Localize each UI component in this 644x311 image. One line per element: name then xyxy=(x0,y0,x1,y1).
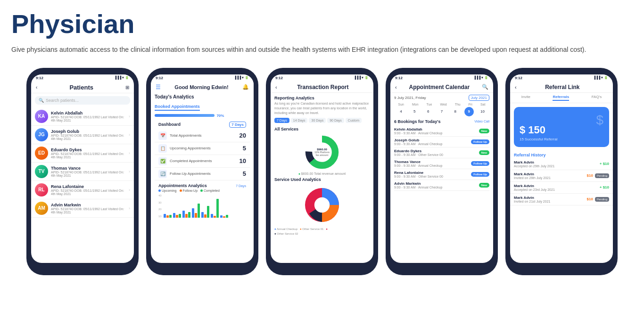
patient-chevron-icon: › xyxy=(129,188,130,192)
phone-4-frame: 9:12 ▐▐▐ ▾ 🔋 ‹ Appointment Calendar 🔍 9 … xyxy=(386,68,498,275)
cal-day[interactable]: 9 xyxy=(464,107,474,116)
search-bar[interactable]: 🔍 Search patients... xyxy=(35,96,130,105)
patient-chevron-icon: › xyxy=(129,206,130,211)
booking-item[interactable]: Advin Markwin 9:00 - 9:30 AM · Annual Ch… xyxy=(394,180,489,191)
list-item[interactable]: RL Rena Lafontaine APID- 5218740 DOB: 05… xyxy=(31,181,134,199)
list-item[interactable]: ED Eduardo Dykes APID- 5218740 DOB: 05/1… xyxy=(31,144,134,163)
cal-day[interactable]: 6 xyxy=(423,107,433,116)
calendar-header: ‹ Appointment Calendar 🔍 xyxy=(390,81,493,93)
booking-item[interactable]: Thomas Vance 9:00 - 9:30 AM · Annual Che… xyxy=(394,158,489,169)
video-call[interactable]: Video Call xyxy=(474,120,489,123)
patient-info: Joseph Golub APID- 5218740 DOB: 05/11/19… xyxy=(51,129,126,140)
filter-icon[interactable]: ⊞ xyxy=(125,85,129,90)
chart-y-labels: 40302010 xyxy=(158,194,162,218)
stat-value: 5 xyxy=(243,170,246,177)
bell-icon[interactable]: 🔔 xyxy=(242,84,249,90)
booking-badge: Follow Up xyxy=(471,161,489,166)
cal-month[interactable]: July 2021 xyxy=(469,95,489,101)
patients-header: ‹ Patients ⊞ xyxy=(31,81,134,93)
cal-day[interactable]: 8 xyxy=(451,107,460,116)
referral-info: Mark Advin Accepted on 23rd July 2021 xyxy=(514,184,555,191)
list-item[interactable]: TV Thomas Vance APID- 5218740 DOB: 05/11… xyxy=(31,163,134,181)
patient-details: APID- 5218740 DOB: 05/11/1992 Last Visit… xyxy=(51,171,126,177)
referral-amount-section: + $10 xyxy=(600,162,609,166)
referral-amount: $ 150 xyxy=(520,124,545,136)
menu-icon[interactable]: ☰ xyxy=(156,84,161,90)
patient-info: Rena Lafontaine APID- 5218740 DOB: 05/11… xyxy=(51,184,126,196)
filter-tab[interactable]: 30 Days xyxy=(309,118,326,123)
filter-tab[interactable]: 90 Days xyxy=(327,118,344,123)
search-icon-4[interactable]: 🔍 xyxy=(482,84,488,90)
referral-tab[interactable]: Referrals xyxy=(553,95,569,101)
referral-info: Mark Advin Accepted on 29th July 2021 xyxy=(514,160,554,168)
cal-days: 45678910 xyxy=(394,107,489,116)
list-item[interactable]: AM Advin Markwin APID- 5218740 DOB: 05/1… xyxy=(31,199,134,218)
booking-item[interactable]: Rena Lafontaine 9:00 - 9:30 AM · Other S… xyxy=(394,169,489,180)
booked-tab[interactable]: Booked Appointments xyxy=(155,103,200,111)
referral-tab[interactable]: Invite xyxy=(521,95,530,101)
referral-subtitle: 15 Successful Referral xyxy=(520,137,557,141)
cal-day[interactable]: 5 xyxy=(410,107,419,116)
patient-name: Kelvin Abdallah xyxy=(51,111,126,115)
filter-tab[interactable]: Custom xyxy=(346,118,362,123)
referral-amount-section: $10 Pending xyxy=(587,197,609,202)
stats-list: 📅 Total Appointments 20 📋 Upcoming Appoi… xyxy=(155,130,250,180)
status-bar-3: 9:12 ▐▐▐ ▾ 🔋 xyxy=(271,74,373,81)
status-bar-5: 9:12 ▐▐▐ ▾ 🔋 xyxy=(510,74,613,81)
svg-point-3 xyxy=(314,197,330,213)
cal-date-row: 9 July 2021, Friday July 2021 xyxy=(394,95,489,101)
stat-value: 5 xyxy=(243,145,246,152)
referral-item: Mark Advin Invited on 21st July 2021 $10… xyxy=(510,194,613,205)
page-subtitle: Give physicians automatic access to the … xyxy=(11,44,624,55)
cal-day[interactable]: 7 xyxy=(437,107,446,116)
booked-bar: 70% xyxy=(155,114,250,118)
stat-row: ✅ Completed Appointments 10 xyxy=(155,155,250,168)
cal-day[interactable]: 4 xyxy=(396,107,405,116)
pending-badge: Pending xyxy=(595,173,609,178)
cal-date: 9 July 2021, Friday xyxy=(394,96,426,100)
cal-day-header: Mon xyxy=(412,103,419,106)
stat-row: 📅 Total Appointments 20 xyxy=(155,130,250,142)
booking-item[interactable]: Kelvin Abdallah 9:00 - 9:30 AM · Annual … xyxy=(394,126,489,137)
all-services-title: All Services xyxy=(274,127,370,131)
filter-tab[interactable]: 7 Days xyxy=(274,118,289,123)
phone-3-frame: 9:12 ▐▐▐ ▾ 🔋 ‹ Transaction Report Report… xyxy=(266,68,378,275)
avatar: ED xyxy=(35,147,48,160)
patient-details: APID- 5218740 DOB: 05/11/1992 Last Visit… xyxy=(51,189,126,196)
status-icons-5: ▐▐▐ ▾ 🔋 xyxy=(593,76,608,80)
filter-tab[interactable]: 14 Days xyxy=(291,118,308,123)
stat-icon: 📋 xyxy=(158,144,167,153)
referral-history-title: Referral History xyxy=(510,151,613,158)
booking-badge: New xyxy=(479,183,489,188)
referral-amount-value: + $10 xyxy=(600,162,609,166)
referral-amount-value: + $10 xyxy=(600,185,609,189)
patient-name: Rena Lafontaine xyxy=(51,184,126,189)
cal-day-header: Sat xyxy=(480,103,486,106)
booking-item[interactable]: Eduardo Dykes 9:00 - 9:30 AM · Other Ser… xyxy=(394,147,489,158)
list-item[interactable]: KA Kelvin Abdallah APID- 5218740 DOB: 05… xyxy=(31,107,134,126)
cal-day-header: Wed xyxy=(440,103,446,106)
days-select[interactable]: 7 Days xyxy=(229,122,246,128)
booking-item[interactable]: Joseph Golub 9:00 - 9:30 AM · Annual Che… xyxy=(394,137,489,147)
status-icons-1: ▐▐▐ ▾ 🔋 xyxy=(114,76,129,80)
stat-icon: 🔄 xyxy=(158,170,167,178)
referral-tab[interactable]: FAQ's xyxy=(592,95,602,101)
booked-bar-fill xyxy=(155,114,215,117)
stat-row: 📋 Upcoming Appointments 5 xyxy=(155,142,250,155)
referral-info: Mark Advin Invited on 26th July 2021 xyxy=(514,172,551,180)
booking-name: Eduardo Dykes xyxy=(394,149,443,153)
referral-item-name: Mark Advin xyxy=(514,160,554,164)
stat-icon: ✅ xyxy=(158,157,167,165)
dollar-icon: $ xyxy=(596,113,603,128)
referral-item: Mark Advin Accepted on 23rd July 2021 + … xyxy=(510,182,613,194)
calendar-title: Appointment Calendar xyxy=(397,84,482,90)
cal-day[interactable]: 10 xyxy=(478,107,487,116)
phone-4-screen: 9:12 ▐▐▐ ▾ 🔋 ‹ Appointment Calendar 🔍 9 … xyxy=(390,74,493,263)
list-item[interactable]: JG Joseph Golub APID- 5218740 DOB: 05/11… xyxy=(31,126,134,144)
appt-analytics-title: Appointments Analytics xyxy=(158,183,207,188)
patient-chevron-icon: › xyxy=(129,114,130,119)
referral-item-name: Mark Advin xyxy=(514,172,551,176)
status-time-5: 9:12 xyxy=(515,76,522,80)
dashboard-title: Dashboard xyxy=(158,122,181,127)
avatar: RL xyxy=(35,183,48,196)
